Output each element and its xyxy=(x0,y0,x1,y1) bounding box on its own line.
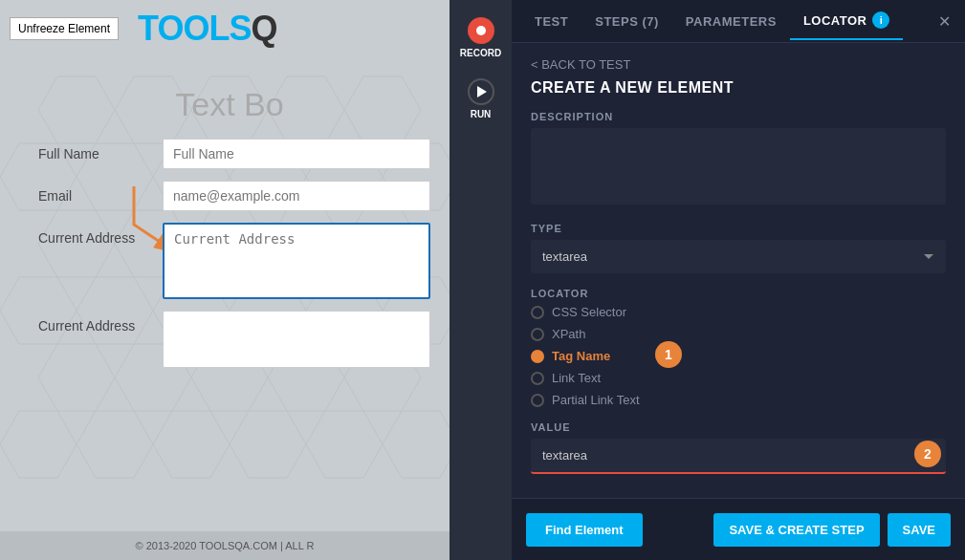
radio-xpath[interactable]: XPath xyxy=(531,327,946,341)
radio-partiallinktext-label: Partial Link Text xyxy=(552,393,640,407)
radio-css-circle xyxy=(531,306,544,319)
tab-parameters[interactable]: PARAMETERS xyxy=(672,5,790,38)
fullname-input[interactable] xyxy=(163,139,430,169)
tab-locator[interactable]: LOCATOR i xyxy=(790,2,904,40)
run-icon xyxy=(468,78,494,105)
form-row-address: Current Address xyxy=(0,223,450,299)
radio-xpath-label: XPath xyxy=(552,327,585,341)
type-label: TYPE xyxy=(531,223,946,234)
address-textarea[interactable] xyxy=(163,223,430,299)
form-row-address2: Current Address xyxy=(0,311,450,368)
form-row-email: Email xyxy=(0,181,450,211)
top-nav: TEST STEPS (7) PARAMETERS LOCATOR i ✕ xyxy=(512,0,965,43)
radio-linktext-circle xyxy=(531,372,544,385)
header-bar: Unfreeze Element TOOLSQ xyxy=(0,0,450,57)
svg-marker-30 xyxy=(230,411,306,478)
radio-partial-link-text[interactable]: Partial Link Text xyxy=(531,393,946,407)
unfreeze-button[interactable]: Unfreeze Element xyxy=(10,17,119,40)
form-row-fullname: Full Name xyxy=(0,139,450,169)
radio-tagname-label: Tag Name xyxy=(552,349,610,363)
email-label: Email xyxy=(38,181,163,204)
badge-2: 2 xyxy=(914,441,941,467)
radio-tag-name[interactable]: Tag Name 1 xyxy=(531,349,946,363)
svg-marker-28 xyxy=(77,411,153,478)
radio-xpath-circle xyxy=(531,328,544,341)
radio-css-label: CSS Selector xyxy=(552,305,626,319)
type-section: TYPE textarea input button select xyxy=(531,223,946,273)
value-label: VALUE xyxy=(531,421,946,433)
tab-test[interactable]: TEST xyxy=(521,5,581,38)
right-buttons: SAVE & CREATE STEP SAVE xyxy=(713,513,951,547)
fullname-label: Full Name xyxy=(38,139,163,162)
left-panel: Unfreeze Element TOOLSQ xyxy=(0,0,450,560)
value-input[interactable] xyxy=(531,439,946,474)
run-triangle xyxy=(477,86,487,97)
svg-marker-29 xyxy=(153,411,230,478)
footer: © 2013-2020 TOOLSQA.COM | ALL R xyxy=(0,531,450,560)
find-element-button[interactable]: Find Element xyxy=(526,513,643,547)
type-select[interactable]: textarea input button select xyxy=(531,240,946,273)
bottom-bar: Find Element SAVE & CREATE STEP SAVE xyxy=(512,498,965,560)
right-panel: TEST STEPS (7) PARAMETERS LOCATOR i ✕ < … xyxy=(512,0,965,560)
record-icon xyxy=(468,17,494,44)
info-icon[interactable]: i xyxy=(872,11,889,29)
badge-1: 1 xyxy=(655,341,682,368)
locator-section: LOCATOR CSS Selector XPath Tag Name 1 xyxy=(531,288,946,407)
address2-textarea[interactable] xyxy=(163,311,430,368)
svg-marker-31 xyxy=(306,411,383,478)
radio-tagname-circle xyxy=(531,350,544,363)
description-input[interactable] xyxy=(531,128,946,205)
record-label: RECORD xyxy=(460,48,501,58)
logo-area: TOOLSQ xyxy=(138,9,276,49)
panel-title: CREATE A NEW ELEMENT xyxy=(531,79,946,97)
value-section: VALUE 2 xyxy=(531,421,946,474)
logo-text: TOOLSQ xyxy=(138,9,276,48)
pin-icon[interactable]: ✕ xyxy=(933,8,955,35)
svg-marker-32 xyxy=(383,411,450,478)
svg-marker-27 xyxy=(0,411,77,478)
tab-steps[interactable]: STEPS (7) xyxy=(581,5,672,38)
panel-content: < BACK TO TEST CREATE A NEW ELEMENT DESC… xyxy=(512,43,965,498)
page-title: Text Bo xyxy=(175,86,283,122)
description-label: DESCRIPTION xyxy=(531,111,946,122)
middle-panel: RECORD RUN xyxy=(450,0,512,560)
save-button[interactable]: SAVE xyxy=(888,513,951,547)
record-dot xyxy=(476,26,486,35)
run-label: RUN xyxy=(471,109,492,119)
locator-label: LOCATOR xyxy=(531,288,946,299)
tab-locator-label: LOCATOR xyxy=(803,13,867,28)
radio-css-selector[interactable]: CSS Selector xyxy=(531,305,946,319)
record-button[interactable]: RECORD xyxy=(455,10,506,66)
radio-group: CSS Selector XPath Tag Name 1 Link Text xyxy=(531,305,946,407)
radio-partiallinktext-circle xyxy=(531,394,544,407)
app-container: Unfreeze Element TOOLSQ xyxy=(0,0,965,560)
back-link[interactable]: < BACK TO TEST xyxy=(531,57,946,72)
email-input[interactable] xyxy=(163,181,430,211)
address2-label: Current Address xyxy=(38,311,163,334)
save-create-button[interactable]: SAVE & CREATE STEP xyxy=(713,513,879,547)
run-button[interactable]: RUN xyxy=(463,71,499,127)
address-label: Current Address xyxy=(38,223,163,246)
radio-linktext-label: Link Text xyxy=(552,371,601,385)
radio-link-text[interactable]: Link Text xyxy=(531,371,946,385)
